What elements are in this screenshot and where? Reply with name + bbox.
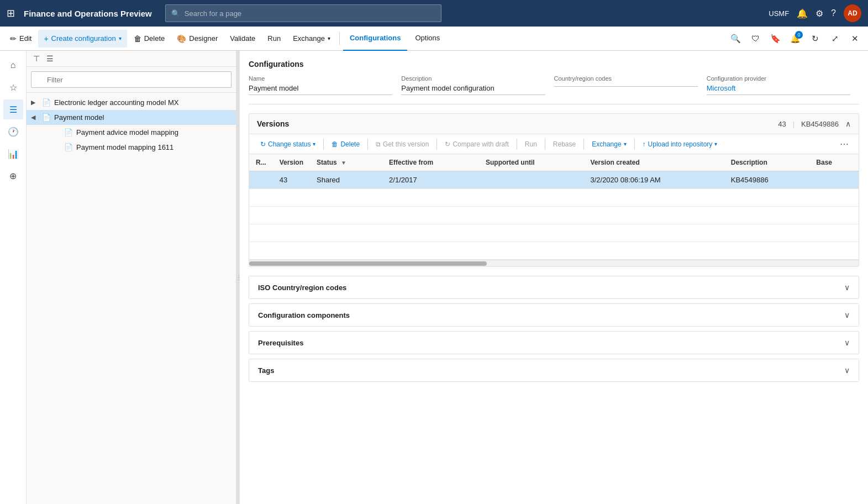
change-status-button[interactable]: ↻ Change status ▾ [256,138,320,150]
versions-toolbar: ↻ Change status ▾ 🗑 Delete ⧉ Get this ve… [249,134,859,154]
toolbar-notification-button[interactable]: 🔔 0 [786,30,804,48]
copy-icon: ⧉ [376,140,381,148]
config-components-header[interactable]: Configuration components ∨ [249,304,859,326]
tab-options[interactable]: Options [408,27,446,51]
config-field-name: Name Payment model [249,75,392,95]
toolbar-refresh-button[interactable]: ↻ [806,30,824,48]
bell-icon[interactable]: 🔔 [797,8,808,19]
tree-lines-button[interactable]: ☰ [44,53,56,64]
versions-header: Versions 43 | KB4549886 ∧ [249,114,859,134]
cell-effective-from: 2/1/2017 [382,171,479,189]
tree-item-label: Payment model [54,113,104,122]
toolbar-close-button[interactable]: ✕ [846,30,864,48]
validate-button[interactable]: Validate [224,30,261,48]
versions-delete-button[interactable]: 🗑 Delete [327,138,364,150]
table-row-empty [249,189,859,207]
grid-icon[interactable]: ⊞ [7,7,15,19]
help-icon[interactable]: ? [831,8,836,18]
more-options-button[interactable]: ⋯ [837,138,852,150]
prerequisites-header[interactable]: Prerequisites ∨ [249,332,859,354]
palette-icon: 🎨 [177,34,186,43]
tree-filter-button[interactable]: ⊤ [31,53,42,64]
configurations-section-title: Configurations [249,60,859,69]
right-content: Configurations Name Payment model Descri… [240,51,868,504]
versions-section: Versions 43 | KB4549886 ∧ ↻ Change statu… [249,113,859,267]
nav-clock-button[interactable]: 🕐 [3,122,23,141]
toolbar-divider [339,32,340,45]
tags-header[interactable]: Tags ∨ [249,359,859,381]
config-components-title: Configuration components [258,311,844,319]
tree-item-payment-mapping[interactable]: 📄 Payment model mapping 1611 [27,140,236,155]
col-header-version-created: Version created [583,154,724,171]
versions-separator: | [793,120,795,128]
table-row-empty [249,242,859,260]
nav-home-button[interactable]: ⌂ [3,55,23,75]
settings-icon[interactable]: ⚙ [816,8,823,19]
change-status-chevron: ▾ [313,141,315,147]
search-input[interactable] [185,9,435,18]
run-button[interactable]: Run [262,30,286,48]
tree-item-payment-advice[interactable]: 📄 Payment advice model mapping [27,125,236,140]
pencil-icon: ✏ [10,34,17,43]
iso-section-header[interactable]: ISO Country/region codes ∨ [249,276,859,298]
versions-collapse-button[interactable]: ∧ [845,119,851,128]
tree-filter-area: 🔍 [27,67,236,93]
tab-configurations[interactable]: Configurations [343,27,407,51]
iso-section-title: ISO Country/region codes [258,284,844,292]
col-header-base: Base [809,154,859,171]
iso-chevron-icon: ∨ [844,283,850,292]
edit-button[interactable]: ✏ Edit [4,30,37,48]
tree-item-label: Payment advice model mapping [76,128,178,136]
config-components-section: Configuration components ∨ [249,303,859,327]
cell-version-created: 3/2/2020 08:06:19 AM [583,171,724,189]
horizontal-scroll-area[interactable] [249,260,859,266]
toolbar-expand-button[interactable]: ⤢ [826,30,844,48]
country-label: Country/region codes [554,75,698,82]
toolbar-shield-button[interactable]: 🛡 [746,30,764,48]
upload-icon: ↑ [643,140,646,148]
nav-list-button[interactable]: ☰ [3,99,23,119]
username-label: USMF [769,9,789,18]
versions-exchange-button[interactable]: Exchange ▾ [587,138,630,150]
top-bar-right: USMF 🔔 ⚙ ? AD [769,4,861,22]
exchange-button[interactable]: Exchange ▾ [287,30,336,48]
upload-chevron-icon: ▾ [714,141,717,147]
versions-table-scroll[interactable]: R... Version Status ▼ Effective from [249,154,859,260]
horizontal-scroll-thumb[interactable] [249,261,487,266]
change-status-icon: ↻ [260,140,266,148]
table-row-empty [249,224,859,242]
name-label: Name [249,75,392,82]
description-value: Payment model configuration [401,84,545,95]
nav-star-button[interactable]: ☆ [3,77,23,97]
prerequisites-chevron-icon: ∨ [844,338,850,347]
compare-draft-button[interactable]: ↻ Compare with draft [440,138,513,150]
tree-filter-input[interactable] [31,71,232,88]
tree-item-payment-model[interactable]: ◀ 📄 Payment model [27,110,236,125]
tags-title: Tags [258,366,844,375]
create-configuration-button[interactable]: + Create configuration ▾ [38,30,127,48]
designer-button[interactable]: 🎨 Designer [171,30,223,48]
upload-repository-button[interactable]: ↑ Upload into repository ▾ [638,138,722,150]
versions-run-button[interactable]: Run [520,138,541,150]
nav-network-button[interactable]: ⊕ [3,166,23,186]
status-filter-icon[interactable]: ▼ [341,160,346,166]
main-layout: ⌂ ☆ ☰ 🕐 📊 ⊕ ⊤ ☰ 🔍 ▶ 📄 Electronic ledger … [0,51,868,504]
nav-analytics-button[interactable]: 📊 [3,144,23,164]
search-box[interactable]: 🔍 [165,4,441,22]
app-title: Finance and Operations Preview [24,9,152,18]
avatar[interactable]: AD [844,4,861,22]
table-row[interactable]: 43 Shared 2/1/2017 3/2/2020 08:06:19 AM … [249,171,859,189]
toolbar-search-button[interactable]: 🔍 [727,30,744,48]
prerequisites-title: Prerequisites [258,339,844,347]
vt-divider-7 [634,139,635,150]
rebase-button[interactable]: Rebase [549,138,580,150]
toolbar-bookmark-button[interactable]: 🔖 [766,30,784,48]
tree-item-label: Payment model mapping 1611 [76,143,173,151]
config-field-description: Description Payment model configuration [401,75,545,95]
get-this-version-button[interactable]: ⧉ Get this version [371,138,433,150]
item-icon: 📄 [42,98,51,107]
item-icon: 📄 [64,143,73,151]
delete-button[interactable]: 🗑 Delete [128,30,171,48]
provider-value[interactable]: Microsoft [707,84,850,95]
tree-item-electronic-ledger[interactable]: ▶ 📄 Electronic ledger accounting model M… [27,95,236,110]
